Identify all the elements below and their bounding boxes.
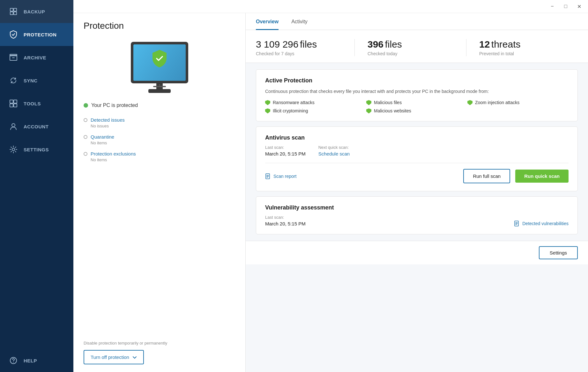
protected-status: Your PC is protected [84,102,235,108]
last-scan-label: Last scan: [265,145,306,150]
svg-rect-20 [153,86,166,87]
svg-point-21 [159,84,160,86]
shield-icon-zoom [467,100,473,105]
feature-malicious-websites: Malicious websites [366,108,467,113]
turn-off-protection-button[interactable]: Turn off protection [84,350,144,364]
schedule-scan-link[interactable]: Schedule scan [318,151,350,156]
stat-files-today: 396 files Checked today [354,39,466,56]
shield-icon-malicious-websites [366,108,371,113]
scan-report-icon [265,173,271,179]
status-dot [84,103,88,108]
tab-overview[interactable]: Overview [256,13,279,30]
run-full-scan-button[interactable]: Run full scan [463,169,510,183]
svg-rect-2 [10,12,13,15]
next-scan-label: Next quick scan: [318,145,350,150]
disable-section: Disable protection temporarily or perman… [84,334,235,365]
stat-files-7days-label: Checked for 7 days [256,51,342,56]
link-item-protection-exclusions: Protection exclusions No items [84,151,235,162]
sync-icon [9,76,18,85]
monitor-graphic [84,39,235,96]
account-icon [9,122,18,131]
feature-malicious-files-label: Malicious files [374,100,402,105]
title-bar: − □ ✕ [73,0,588,13]
vuln-last-scan-value: March 20, 5:15 PM [265,221,306,226]
sidebar-item-help[interactable]: HELP [0,349,73,372]
link-circle-detected [84,118,87,122]
active-protection-card: Active Protection Continuous protection … [256,69,578,121]
vulnerabilities-report-icon [514,221,520,226]
detected-vulnerabilities-label: Detected vulnerabilities [522,221,569,226]
svg-rect-7 [10,100,13,103]
minimize-button[interactable]: − [548,3,556,10]
last-scan-info: Last scan: March 20, 5:15 PM [265,145,306,156]
stat-threats-number: 12 [479,39,490,49]
scan-actions: Scan report Run full scan Run quick scan [265,163,569,183]
stat-files-today-unit: files [385,39,402,49]
settings-button[interactable]: Settings [539,246,578,259]
active-protection-desc: Continuous protection that checks every … [265,88,569,95]
sidebar-item-protection-label: PROTECTION [24,32,56,37]
feature-ransomware: Ransomware attacks [265,100,366,105]
svg-rect-10 [14,104,17,107]
svg-rect-19 [148,89,171,93]
sidebar-item-account[interactable]: ACCOUNT [0,115,73,138]
help-icon [9,356,18,365]
run-quick-scan-button[interactable]: Run quick scan [515,170,569,183]
sidebar-item-archive[interactable]: ARCHIVE [0,46,73,69]
shield-icon-cryptomining [265,108,270,113]
sidebar-item-sync[interactable]: SYNC [0,69,73,92]
sidebar-item-settings[interactable]: SETTINGS [0,138,73,161]
body-split: Protection [73,13,588,372]
vuln-row: Last scan: March 20, 5:15 PM Detected vu… [265,215,569,226]
detected-vulnerabilities-link[interactable]: Detected vulnerabilities [514,221,569,226]
scan-report-link[interactable]: Scan report [265,173,458,179]
stat-files-7days: 3 109 296 files Checked for 7 days [256,39,354,56]
link-circle-exclusions [84,152,87,156]
close-button[interactable]: ✕ [575,3,583,10]
link-item-detected-issues: Detected issues No issues [84,117,235,128]
svg-point-11 [12,124,15,127]
detected-issues-link[interactable]: Detected issues [91,117,125,123]
protection-exclusions-sub: No items [91,157,235,162]
tab-activity[interactable]: Activity [291,13,308,30]
turn-off-label: Turn off protection [91,354,129,360]
sidebar-item-tools[interactable]: TOOLS [0,92,73,115]
chevron-down-icon [132,355,137,360]
tabs-bar: Overview Activity [246,13,588,30]
scan-info-row: Last scan: March 20, 5:15 PM Next quick … [265,145,569,156]
sidebar-bottom: HELP [0,349,73,372]
stat-files-7days-unit2: files [300,39,317,49]
status-text: Your PC is protected [91,102,138,108]
link-item-quarantine: Quarantine No items [84,134,235,145]
active-protection-title: Active Protection [265,77,569,84]
svg-rect-3 [14,12,17,15]
shield-icon-ransomware [265,100,270,105]
page-title: Protection [84,21,235,31]
disable-label: Disable protection temporarily or perman… [84,340,235,346]
vulnerability-assessment-title: Vulnerability assessment [265,204,569,211]
sidebar-item-sync-label: SYNC [24,78,38,83]
feature-malicious-websites-label: Malicious websites [374,108,411,113]
stat-threats-label: Prevented in total [479,51,565,56]
scan-report-label: Scan report [273,174,296,179]
settings-gear-icon [9,145,18,154]
vulnerability-assessment-card: Vulnerability assessment Last scan: Marc… [256,196,578,234]
main-content: − □ ✕ Protection [73,0,588,372]
cards-area: Active Protection Continuous protection … [246,63,588,241]
detected-issues-sub: No issues [91,124,235,128]
backup-icon [9,7,18,16]
svg-point-12 [12,148,15,151]
sidebar-item-backup[interactable]: BACKUP [0,0,73,23]
left-panel: Protection [73,13,246,372]
sidebar-links: Detected issues No issues Quarantine No … [84,117,235,162]
quarantine-link[interactable]: Quarantine [91,134,114,140]
stats-row: 3 109 296 files Checked for 7 days 396 f… [246,30,588,63]
vuln-last-scan-label: Last scan: [265,215,306,220]
stat-threats-unit: threats [491,39,521,49]
feature-cryptomining: Illicit cryptomining [265,108,366,113]
sidebar-item-protection[interactable]: PROTECTION [0,23,73,46]
archive-icon [9,53,18,62]
protection-exclusions-link[interactable]: Protection exclusions [91,151,136,156]
bottom-bar: Settings [246,241,588,264]
maximize-button[interactable]: □ [562,3,569,10]
